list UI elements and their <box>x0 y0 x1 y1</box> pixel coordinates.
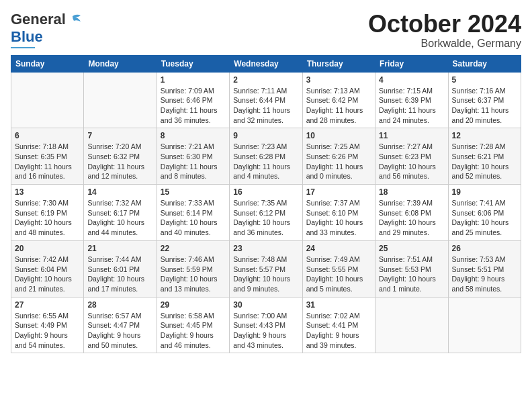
day-content: Sunrise: 7:02 AM Sunset: 4:41 PM Dayligh… <box>306 311 371 351</box>
day-content: Sunrise: 7:20 AM Sunset: 6:32 PM Dayligh… <box>87 142 152 181</box>
calendar-cell: 10Sunrise: 7:25 AM Sunset: 6:26 PM Dayli… <box>302 128 375 185</box>
day-content: Sunrise: 7:35 AM Sunset: 6:12 PM Dayligh… <box>233 198 298 238</box>
calendar-cell: 19Sunrise: 7:41 AM Sunset: 6:06 PM Dayli… <box>448 185 521 241</box>
day-content: Sunrise: 7:32 AM Sunset: 6:17 PM Dayligh… <box>87 198 152 238</box>
day-number: 10 <box>306 131 371 140</box>
calendar-week-row: 27Sunrise: 6:55 AM Sunset: 4:49 PM Dayli… <box>11 297 521 353</box>
calendar-cell: 23Sunrise: 7:48 AM Sunset: 5:57 PM Dayli… <box>230 240 302 297</box>
day-number: 26 <box>452 244 517 253</box>
calendar-cell: 15Sunrise: 7:33 AM Sunset: 6:14 PM Dayli… <box>157 185 229 241</box>
calendar-cell: 4Sunrise: 7:15 AM Sunset: 6:39 PM Daylig… <box>375 72 448 128</box>
day-number: 20 <box>15 244 80 253</box>
calendar-cell: 28Sunrise: 6:57 AM Sunset: 4:47 PM Dayli… <box>84 297 157 353</box>
col-friday: Friday <box>375 55 448 72</box>
col-sunday: Sunday <box>11 55 84 72</box>
calendar-cell: 7Sunrise: 7:20 AM Sunset: 6:32 PM Daylig… <box>84 128 157 185</box>
calendar-cell: 3Sunrise: 7:13 AM Sunset: 6:42 PM Daylig… <box>302 72 375 128</box>
day-content: Sunrise: 6:57 AM Sunset: 4:47 PM Dayligh… <box>87 311 152 351</box>
calendar-cell: 26Sunrise: 7:53 AM Sunset: 5:51 PM Dayli… <box>448 240 521 297</box>
calendar-cell: 11Sunrise: 7:27 AM Sunset: 6:23 PM Dayli… <box>375 128 448 185</box>
calendar-cell: 22Sunrise: 7:46 AM Sunset: 5:59 PM Dayli… <box>157 240 229 297</box>
calendar-cell: 20Sunrise: 7:42 AM Sunset: 6:04 PM Dayli… <box>11 240 84 297</box>
day-number: 24 <box>306 244 371 253</box>
calendar-cell: 18Sunrise: 7:39 AM Sunset: 6:08 PM Dayli… <box>375 185 448 241</box>
day-content: Sunrise: 7:44 AM Sunset: 6:01 PM Dayligh… <box>87 255 152 294</box>
calendar-cell: 30Sunrise: 7:00 AM Sunset: 4:43 PM Dayli… <box>230 297 302 353</box>
day-content: Sunrise: 7:25 AM Sunset: 6:26 PM Dayligh… <box>306 142 371 181</box>
day-content: Sunrise: 7:09 AM Sunset: 6:46 PM Dayligh… <box>161 86 226 126</box>
day-number: 29 <box>161 300 226 310</box>
day-content: Sunrise: 7:00 AM Sunset: 4:43 PM Dayligh… <box>233 311 298 351</box>
calendar-table: Sunday Monday Tuesday Wednesday Thursday… <box>11 55 521 354</box>
calendar-cell: 25Sunrise: 7:51 AM Sunset: 5:53 PM Dayli… <box>375 240 448 297</box>
day-number: 31 <box>306 300 371 310</box>
calendar-cell <box>375 297 448 353</box>
day-number: 22 <box>161 244 226 253</box>
calendar-week-row: 20Sunrise: 7:42 AM Sunset: 6:04 PM Dayli… <box>11 240 521 297</box>
calendar-cell: 12Sunrise: 7:28 AM Sunset: 6:21 PM Dayli… <box>448 128 521 185</box>
day-number: 21 <box>87 244 152 253</box>
calendar-cell: 29Sunrise: 6:58 AM Sunset: 4:45 PM Dayli… <box>157 297 229 353</box>
day-content: Sunrise: 7:27 AM Sunset: 6:23 PM Dayligh… <box>379 142 444 181</box>
day-number: 7 <box>87 131 152 140</box>
page-title: October 2024 <box>368 11 521 38</box>
day-content: Sunrise: 7:13 AM Sunset: 6:42 PM Dayligh… <box>306 86 371 126</box>
day-content: Sunrise: 7:37 AM Sunset: 6:10 PM Dayligh… <box>306 198 371 238</box>
day-content: Sunrise: 6:55 AM Sunset: 4:49 PM Dayligh… <box>15 311 80 351</box>
calendar-week-row: 1Sunrise: 7:09 AM Sunset: 6:46 PM Daylig… <box>11 72 521 128</box>
day-content: Sunrise: 7:53 AM Sunset: 5:51 PM Dayligh… <box>452 255 517 294</box>
day-content: Sunrise: 7:21 AM Sunset: 6:30 PM Dayligh… <box>161 142 226 181</box>
day-content: Sunrise: 7:28 AM Sunset: 6:21 PM Dayligh… <box>452 142 517 181</box>
col-wednesday: Wednesday <box>230 55 302 72</box>
calendar-cell: 17Sunrise: 7:37 AM Sunset: 6:10 PM Dayli… <box>302 185 375 241</box>
col-tuesday: Tuesday <box>157 55 229 72</box>
day-number: 5 <box>452 75 517 85</box>
day-number: 18 <box>379 187 444 197</box>
logo-underline <box>11 47 35 48</box>
day-number: 12 <box>452 131 517 140</box>
col-monday: Monday <box>84 55 157 72</box>
calendar-cell: 24Sunrise: 7:49 AM Sunset: 5:55 PM Dayli… <box>302 240 375 297</box>
day-content: Sunrise: 6:58 AM Sunset: 4:45 PM Dayligh… <box>161 311 226 351</box>
day-content: Sunrise: 7:11 AM Sunset: 6:44 PM Dayligh… <box>233 86 298 126</box>
calendar-cell <box>11 72 84 128</box>
day-content: Sunrise: 7:33 AM Sunset: 6:14 PM Dayligh… <box>161 198 226 238</box>
calendar-cell: 6Sunrise: 7:18 AM Sunset: 6:35 PM Daylig… <box>11 128 84 185</box>
day-number: 13 <box>15 187 80 197</box>
title-block: October 2024 Borkwalde, Germany <box>368 11 521 50</box>
day-content: Sunrise: 7:15 AM Sunset: 6:39 PM Dayligh… <box>379 86 444 126</box>
page-header: General Blue October 2024 Borkwalde, Ger… <box>11 11 521 50</box>
calendar-week-row: 13Sunrise: 7:30 AM Sunset: 6:19 PM Dayli… <box>11 185 521 241</box>
day-number: 28 <box>87 300 152 310</box>
calendar-cell <box>84 72 157 128</box>
logo-bird-icon <box>67 12 82 27</box>
day-content: Sunrise: 7:18 AM Sunset: 6:35 PM Dayligh… <box>15 142 80 181</box>
day-number: 9 <box>233 131 298 140</box>
calendar-cell: 1Sunrise: 7:09 AM Sunset: 6:46 PM Daylig… <box>157 72 229 128</box>
calendar-cell: 9Sunrise: 7:23 AM Sunset: 6:28 PM Daylig… <box>230 128 302 185</box>
day-content: Sunrise: 7:46 AM Sunset: 5:59 PM Dayligh… <box>161 255 226 294</box>
day-number: 27 <box>15 300 80 310</box>
day-number: 25 <box>379 244 444 253</box>
calendar-cell: 13Sunrise: 7:30 AM Sunset: 6:19 PM Dayli… <box>11 185 84 241</box>
calendar-cell: 16Sunrise: 7:35 AM Sunset: 6:12 PM Dayli… <box>230 185 302 241</box>
day-content: Sunrise: 7:23 AM Sunset: 6:28 PM Dayligh… <box>233 142 298 181</box>
day-number: 4 <box>379 75 444 85</box>
day-number: 14 <box>87 187 152 197</box>
calendar-cell: 21Sunrise: 7:44 AM Sunset: 6:01 PM Dayli… <box>84 240 157 297</box>
day-content: Sunrise: 7:41 AM Sunset: 6:06 PM Dayligh… <box>452 198 517 238</box>
logo-general: General <box>11 11 66 28</box>
day-content: Sunrise: 7:42 AM Sunset: 6:04 PM Dayligh… <box>15 255 80 294</box>
day-number: 2 <box>233 75 298 85</box>
day-content: Sunrise: 7:49 AM Sunset: 5:55 PM Dayligh… <box>306 255 371 294</box>
day-number: 1 <box>161 75 226 85</box>
calendar-cell: 27Sunrise: 6:55 AM Sunset: 4:49 PM Dayli… <box>11 297 84 353</box>
day-number: 3 <box>306 75 371 85</box>
day-number: 19 <box>452 187 517 197</box>
calendar-cell: 8Sunrise: 7:21 AM Sunset: 6:30 PM Daylig… <box>157 128 229 185</box>
day-number: 6 <box>15 131 80 140</box>
day-content: Sunrise: 7:48 AM Sunset: 5:57 PM Dayligh… <box>233 255 298 294</box>
calendar-cell <box>448 297 521 353</box>
col-saturday: Saturday <box>448 55 521 72</box>
day-number: 23 <box>233 244 298 253</box>
